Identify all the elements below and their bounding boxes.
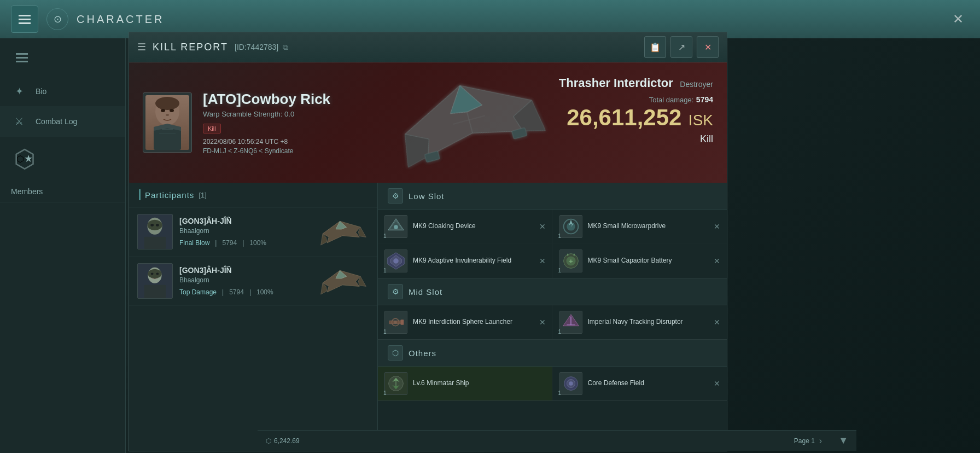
sidebar-item-combat[interactable]: ⚔ Combat Log <box>0 107 125 137</box>
participant-damage-1: 5794 <box>222 239 237 247</box>
invulnerability-field-icon <box>384 249 407 272</box>
others-items: Lv.6 Minmatar Ship 1 <box>378 367 727 400</box>
svg-point-20 <box>150 224 154 226</box>
others-icon: ⬡ <box>388 345 403 361</box>
participant-damage-2: 5794 <box>229 288 244 296</box>
filter-button[interactable]: ▼ <box>838 435 848 446</box>
separator-3: | <box>222 288 224 296</box>
total-damage-label: Total damage: <box>649 96 694 104</box>
svg-point-31 <box>156 272 159 275</box>
participant-avatar-1 <box>137 214 173 249</box>
bottom-bar: ⬡ 6,242.69 Page 1 › ▼ <box>258 430 856 451</box>
low-slot-icon: ⚙ <box>388 188 403 204</box>
low-slot-items: MK9 Cloaking Device ✕ 1 <box>378 210 727 278</box>
participant-ship-img-2 <box>314 268 369 295</box>
svg-point-12 <box>166 114 169 116</box>
sidebar-item-members[interactable]: Members <box>0 181 125 203</box>
slot-item[interactable]: MK9 Cloaking Device ✕ 1 <box>378 210 552 243</box>
capacitor-battery-icon: + <box>559 249 582 272</box>
participant-info-1: [GON3]ÂH-JÎÑ Bhaalgorn Final Blow | 5794… <box>179 217 308 247</box>
svg-rect-32 <box>144 285 166 298</box>
svg-marker-23 <box>321 218 362 243</box>
svg-point-30 <box>151 272 154 275</box>
app-title: CHARACTER <box>77 13 164 26</box>
equipment-panel: ⚙ Low Slot MK9 <box>378 183 727 451</box>
participant-name-1: [GON3]ÂH-JÎÑ <box>179 217 308 225</box>
ship-name-row: Thrasher Interdictor Destroyer <box>559 76 713 90</box>
participants-accent-bar <box>139 189 141 200</box>
stat-value: 6,242.69 <box>274 437 300 445</box>
slot-item[interactable]: MK9 Small Microwarpdrive ✕ 1 <box>553 210 727 243</box>
total-damage-value: 5794 <box>696 95 713 104</box>
hexagon-border: ⬡ <box>16 154 24 164</box>
kill-report-header: ☰ KILL REPORT [ID:7442783] ⧉ 📋 ↗ ✕ <box>129 32 727 62</box>
sidebar-item-bio[interactable]: ✦ Bio <box>0 77 125 107</box>
remove-item-8[interactable]: ✕ <box>714 379 720 388</box>
separator-1: | <box>215 239 217 247</box>
kill-status-badge: Kill <box>203 124 221 133</box>
hamburger-icon <box>19 15 31 24</box>
svg-point-49 <box>393 258 399 264</box>
low-slot-section: ⚙ Low Slot MK9 <box>378 183 727 278</box>
low-slot-header: ⚙ Low Slot <box>378 183 727 210</box>
header-menu-icon[interactable]: ☰ <box>137 41 146 53</box>
sidebar-menu-button[interactable] <box>5 44 38 71</box>
participant-face-1 <box>138 214 172 249</box>
participant-item-2[interactable]: [GON3]ÂH-JÎÑ Bhaalgorn Top Damage | 5794… <box>129 257 377 306</box>
export-button[interactable]: ↗ <box>670 36 692 58</box>
participant-item[interactable]: [GON3]ÂH-JÎÑ Bhaalgorn Final Blow | 5794… <box>129 207 377 257</box>
sidebar-hamburger-icon <box>16 53 28 62</box>
slot-item[interactable]: Imperial Navy Tracking Disruptor ✕ 1 <box>553 305 727 339</box>
mid-slot-section: ⚙ Mid Slot <box>378 278 727 340</box>
remove-item-6[interactable]: ✕ <box>714 318 720 327</box>
ship-type: Destroyer <box>680 80 713 89</box>
item-qty-4: 1 <box>558 268 562 274</box>
remove-item-2[interactable]: ✕ <box>714 222 720 231</box>
remove-item-5[interactable]: ✕ <box>539 318 546 327</box>
svg-rect-13 <box>154 127 181 150</box>
item-qty-3: 1 <box>383 268 387 274</box>
members-hexagon[interactable]: ⬡ ★ <box>11 145 38 172</box>
kill-report-window: ☰ KILL REPORT [ID:7442783] ⧉ 📋 ↗ ✕ <box>129 32 727 451</box>
star-icon: ★ <box>24 153 33 165</box>
sidebar-members-label: Members <box>11 187 43 196</box>
copy-id-icon[interactable]: ⧉ <box>283 43 288 51</box>
menu-button[interactable] <box>11 5 38 33</box>
kill-report-id: [ID:7442783] ⧉ <box>235 43 288 52</box>
mid-slot-items: MK9 Interdiction Sphere Launcher ✕ 1 <box>378 305 727 339</box>
participant-face-2 <box>138 264 172 298</box>
slot-item[interactable]: Lv.6 Minmatar Ship 1 <box>378 367 552 400</box>
close-app-button[interactable]: ✕ <box>947 8 969 30</box>
damage-row: Total damage: 5794 <box>559 95 713 104</box>
minmatar-ship-name: Lv.6 Minmatar Ship <box>413 379 546 388</box>
character-icon: ⊙ <box>46 8 68 30</box>
next-page-button[interactable]: › <box>819 436 822 446</box>
slot-item[interactable]: MK9 Interdiction Sphere Launcher ✕ 1 <box>378 305 552 339</box>
remove-item-1[interactable]: ✕ <box>539 222 546 231</box>
page-label: Page 1 <box>794 437 815 445</box>
clipboard-button[interactable]: 📋 <box>644 36 666 58</box>
participants-header: Participants [1] <box>129 183 377 207</box>
victim-face <box>145 95 189 150</box>
microwarpdrive-name: MK9 Small Microwarpdrive <box>588 222 709 231</box>
slot-item[interactable]: Core Defense Field ✕ 1 <box>553 367 727 400</box>
participant-badge-2: Top Damage <box>179 288 217 296</box>
participant-avatar-2 <box>137 263 173 299</box>
low-slot-title: Low Slot <box>409 191 445 201</box>
slot-item[interactable]: + MK9 Small Capacitor Battery ✕ 1 <box>553 244 727 278</box>
svg-text:+: + <box>569 257 573 265</box>
svg-point-10 <box>161 109 165 112</box>
slot-item[interactable]: MK9 Adaptive Invulnerability Field ✕ 1 <box>378 244 552 278</box>
participant-ship-2: Bhaalgorn <box>179 276 308 284</box>
remove-item-4[interactable]: ✕ <box>714 257 720 265</box>
others-title: Others <box>409 349 436 358</box>
item-qty-5: 1 <box>383 329 387 335</box>
separator-4: | <box>249 288 251 296</box>
bio-icon: ✦ <box>11 83 27 100</box>
remove-item-3[interactable]: ✕ <box>539 257 546 265</box>
item-qty-2: 1 <box>558 233 562 239</box>
close-kill-report-button[interactable]: ✕ <box>697 36 719 58</box>
mid-slot-icon: ⚙ <box>388 284 403 299</box>
participant-percent-2: 100% <box>256 288 273 296</box>
participant-stats-1: Final Blow | 5794 | 100% <box>179 239 308 247</box>
